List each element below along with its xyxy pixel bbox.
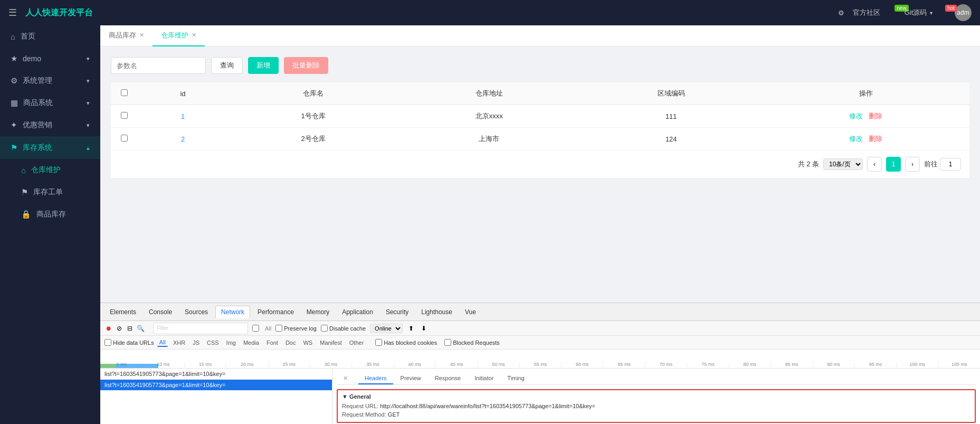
filter-tag-manifest[interactable]: Manifest <box>318 339 344 346</box>
record-icon[interactable]: ⏺ <box>104 324 113 333</box>
select-all-checkbox[interactable] <box>121 89 128 96</box>
devtools-tab-network[interactable]: Network <box>215 306 250 318</box>
devtools-tab-elements[interactable]: Elements <box>104 306 141 318</box>
tab-warehouse-maintain[interactable]: 仓库维护 ✕ <box>153 25 205 46</box>
filter-tag-ws[interactable]: WS <box>301 339 315 346</box>
sidebar-item-warehouse[interactable]: ⚑ 库存系统 ▴ <box>0 137 100 159</box>
tab-goods-inventory[interactable]: 商品库存 ✕ <box>100 25 153 46</box>
avatar[interactable]: adm <box>955 4 972 21</box>
row-check <box>111 128 137 150</box>
settings-icon[interactable]: ⚙ <box>838 9 844 17</box>
delete-button[interactable]: 删除 <box>869 135 882 143</box>
sidebar-item-goods[interactable]: ▦ 商品系统 ▾ <box>0 92 100 114</box>
pagination: 共 2 条 10条/页 ‹ 1 › 前往 <box>111 150 969 178</box>
filter-icon[interactable]: ⊟ <box>126 324 134 333</box>
sidebar-item-goods-inventory[interactable]: 🔒 商品库存 <box>0 203 100 225</box>
devtools-tab-lighthouse[interactable]: Lighthouse <box>416 306 458 318</box>
devtools-tab-memory[interactable]: Memory <box>301 306 335 318</box>
query-button[interactable]: 查询 <box>211 57 243 74</box>
filter-tag-other[interactable]: Other <box>347 339 366 346</box>
data-table: id 仓库名 仓库地址 区域编码 操作 1 1号仓库 北京xxxx 111 修改 <box>111 82 969 150</box>
page-1-button[interactable]: 1 <box>886 157 901 172</box>
col-ops: 操作 <box>762 82 969 105</box>
table-row: 1 1号仓库 北京xxxx 111 修改 删除 <box>111 105 969 128</box>
preserve-log-checkbox[interactable]: Preserve log <box>275 325 317 332</box>
filter-tag-js[interactable]: JS <box>191 339 202 346</box>
filter-tag-font[interactable]: Font <box>264 339 280 346</box>
arrow-icon: ▾ <box>87 78 90 84</box>
goto-input[interactable] <box>940 158 961 171</box>
edit-button[interactable]: 修改 <box>849 112 863 120</box>
devtools-tab-sources[interactable]: Sources <box>179 306 213 318</box>
request-row[interactable]: list?t=1603541905773&page=1&limit=10&key… <box>100 380 332 391</box>
row-address: 上海市 <box>398 128 580 150</box>
filter-input[interactable]: Filter <box>153 323 248 334</box>
hide-data-urls-label[interactable]: Hide data URLs <box>104 339 154 346</box>
batch-delete-button[interactable]: 批量删除 <box>284 57 328 74</box>
row-id-link[interactable]: 1 <box>181 112 185 120</box>
prev-page-button[interactable]: ‹ <box>867 157 882 172</box>
detail-tab-preview[interactable]: Preview <box>394 373 427 384</box>
page-content: 查询 新增 批量删除 id 仓库名 <box>100 46 980 303</box>
detail-tab-close[interactable]: ✕ <box>337 373 357 384</box>
devtools-tab-security[interactable]: Security <box>380 306 414 318</box>
devtools-tab-application[interactable]: Application <box>337 306 378 318</box>
sidebar-item-marketing[interactable]: ✦ 优惠营销 ▾ <box>0 114 100 136</box>
filter-tag-xhr[interactable]: XHR <box>171 339 187 346</box>
filter-tag-img[interactable]: Img <box>224 339 238 346</box>
sidebar-item-warehouse-maintain[interactable]: ⌂ 仓库维护 <box>0 159 100 181</box>
request-method-value: GET <box>388 411 400 418</box>
sidebar-item-home[interactable]: ⌂ 首页 <box>0 25 100 48</box>
request-row[interactable]: list?t=1603541905773&page=1&limit=10&key… <box>100 369 332 380</box>
devtools-body: list?t=1603541905773&page=1&limit=10&key… <box>100 369 980 424</box>
next-page-button[interactable]: › <box>905 157 920 172</box>
request-url-value: http://localhost:88/api/ware/wareinfo/li… <box>380 403 595 409</box>
filter-tag-media[interactable]: Media <box>241 339 261 346</box>
devtools-tab-console[interactable]: Console <box>144 306 177 318</box>
community-link[interactable]: 官方社区 new <box>853 8 896 17</box>
row-checkbox[interactable] <box>121 135 128 142</box>
has-blocked-cookies-label[interactable]: Has blocked cookies <box>375 339 437 346</box>
search-icon[interactable]: 🔍 <box>136 324 145 333</box>
row-name: 1号仓库 <box>229 105 398 128</box>
search-input[interactable] <box>111 57 206 74</box>
row-checkbox[interactable] <box>121 112 128 119</box>
delete-button[interactable]: 删除 <box>869 112 882 120</box>
devtools-tab-performance[interactable]: Performance <box>252 306 299 318</box>
disable-cache-checkbox[interactable]: Disable cache <box>321 325 366 332</box>
sidebar-item-demo[interactable]: ★ demo ▾ <box>0 48 100 70</box>
online-select[interactable]: Online <box>370 324 403 333</box>
timeline-tick: 75 ms <box>687 362 728 368</box>
row-id-link[interactable]: 2 <box>181 135 185 143</box>
detail-tab-initiator[interactable]: Initiator <box>468 373 500 384</box>
timeline-tick: 95 ms <box>854 362 896 368</box>
close-detail-icon[interactable]: ✕ <box>343 375 348 381</box>
close-tab-1[interactable]: ✕ <box>192 32 196 39</box>
filter-tag-css[interactable]: CSS <box>205 339 221 346</box>
sidebar-item-warehouse-work[interactable]: ⚑ 库存工单 <box>0 181 100 203</box>
git-link[interactable]: Git源码 ▾ hot <box>905 8 946 17</box>
devtools-tab-vue[interactable]: Vue <box>460 306 481 318</box>
filter-tag-all[interactable]: All <box>157 338 168 347</box>
detail-tab-timing[interactable]: Timing <box>501 373 531 384</box>
upload-icon[interactable]: ⬆ <box>407 324 415 333</box>
filter-tag-doc[interactable]: Doc <box>283 339 298 346</box>
general-section: ▼ General Request URL: http://localhost:… <box>337 389 976 423</box>
request-url-label: Request URL: <box>342 403 378 409</box>
sidebar-item-system[interactable]: ⚙ 系统管理 ▾ <box>0 70 100 92</box>
page-size-select[interactable]: 10条/页 <box>823 158 863 170</box>
blocked-requests-label[interactable]: Blocked Requests <box>444 339 500 346</box>
hide-data-urls-checkbox[interactable] <box>252 325 261 332</box>
close-tab-0[interactable]: ✕ <box>139 32 144 39</box>
download-icon[interactable]: ⬇ <box>420 324 428 333</box>
hamburger-icon[interactable]: ☰ <box>8 7 17 18</box>
request-method-row: Request Method: GET <box>342 410 971 419</box>
add-button[interactable]: 新增 <box>248 57 279 74</box>
home-icon: ⌂ <box>11 32 15 41</box>
detail-tab-response[interactable]: Response <box>429 373 468 384</box>
detail-tab-headers[interactable]: Headers <box>358 373 393 384</box>
clear-icon[interactable]: ⊘ <box>115 324 123 333</box>
col-code: 区域编码 <box>580 82 762 105</box>
general-title[interactable]: ▼ General <box>342 393 971 400</box>
edit-button[interactable]: 修改 <box>849 135 863 143</box>
